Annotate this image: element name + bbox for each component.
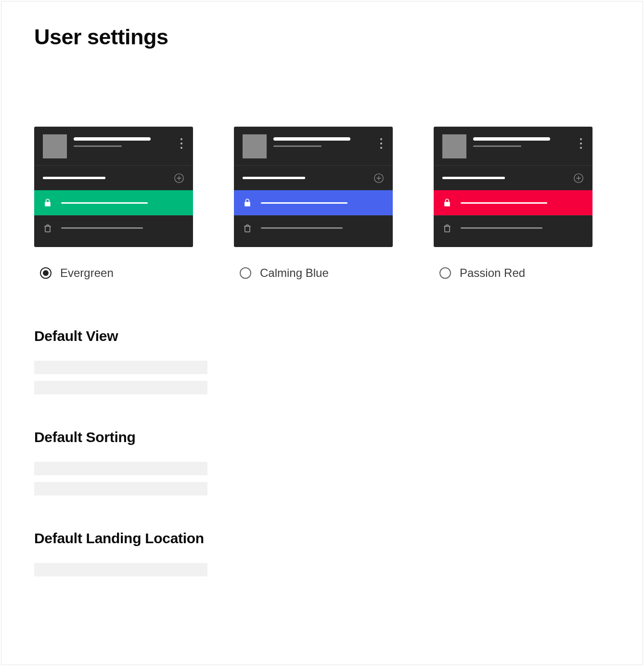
radio-button[interactable] <box>40 267 52 279</box>
lock-icon <box>243 198 252 208</box>
lock-icon <box>442 198 452 208</box>
preview-row-accent <box>234 190 393 215</box>
preview-row-add <box>34 165 193 190</box>
section-heading-default-landing: Default Landing Location <box>34 530 610 547</box>
preview-header-lines <box>473 134 573 147</box>
preview-title-line <box>74 137 151 141</box>
preview-row-trash <box>34 215 193 240</box>
theme-selector-row: Evergreen <box>34 127 610 280</box>
preview-row-add <box>234 165 393 190</box>
theme-label: Passion Red <box>460 266 525 280</box>
lock-icon <box>43 198 52 208</box>
preview-row-accent <box>434 190 592 215</box>
trash-icon <box>442 223 452 233</box>
theme-option-evergreen[interactable]: Evergreen <box>34 127 193 280</box>
preview-header <box>234 127 393 165</box>
settings-container: User settings <box>1 1 643 665</box>
svg-rect-7 <box>245 202 250 206</box>
more-icon <box>180 134 184 149</box>
preview-header <box>434 127 592 165</box>
skeleton-placeholder <box>34 361 207 374</box>
preview-subtitle-line <box>473 145 521 147</box>
page-title: User settings <box>34 25 610 50</box>
skeleton-placeholder <box>34 381 207 394</box>
preview-subtitle-line <box>74 145 122 147</box>
theme-preview-evergreen <box>34 127 193 247</box>
section-heading-default-view: Default View <box>34 328 610 344</box>
preview-avatar <box>243 134 267 158</box>
preview-avatar <box>442 134 466 158</box>
preview-header-lines <box>273 134 374 147</box>
section-heading-default-sorting: Default Sorting <box>34 429 610 445</box>
radio-button[interactable] <box>240 267 251 279</box>
trash-icon <box>243 223 252 233</box>
theme-preview-passion-red <box>434 127 592 247</box>
theme-option-passion-red[interactable]: Passion Red <box>434 127 592 280</box>
trash-icon <box>43 223 52 233</box>
theme-preview-calming-blue <box>234 127 393 247</box>
more-icon <box>580 134 584 149</box>
plus-circle-icon <box>573 173 584 183</box>
theme-label: Calming Blue <box>260 266 329 280</box>
default-view-section: Default View <box>34 328 610 394</box>
preview-header <box>34 127 193 165</box>
preview-row-trash <box>234 215 393 240</box>
svg-rect-11 <box>444 202 450 206</box>
theme-radio-passion-red[interactable]: Passion Red <box>434 266 592 280</box>
preview-row-add <box>434 165 592 190</box>
preview-row-trash <box>434 215 592 240</box>
default-landing-section: Default Landing Location <box>34 530 610 576</box>
preview-title-line <box>273 137 350 141</box>
more-icon <box>380 134 384 149</box>
theme-radio-calming-blue[interactable]: Calming Blue <box>234 266 393 280</box>
preview-avatar <box>43 134 67 158</box>
skeleton-placeholder <box>34 563 207 576</box>
theme-label: Evergreen <box>60 266 114 280</box>
preview-row-accent <box>34 190 193 215</box>
skeleton-placeholder <box>34 482 207 496</box>
svg-rect-3 <box>45 202 51 206</box>
theme-radio-evergreen[interactable]: Evergreen <box>34 266 193 280</box>
preview-title-line <box>473 137 550 141</box>
plus-circle-icon <box>374 173 384 183</box>
preview-subtitle-line <box>273 145 322 147</box>
default-sorting-section: Default Sorting <box>34 429 610 496</box>
plus-circle-icon <box>174 173 184 183</box>
preview-header-lines <box>74 134 174 147</box>
skeleton-placeholder <box>34 462 207 475</box>
theme-option-calming-blue[interactable]: Calming Blue <box>234 127 393 280</box>
radio-button[interactable] <box>439 267 451 279</box>
